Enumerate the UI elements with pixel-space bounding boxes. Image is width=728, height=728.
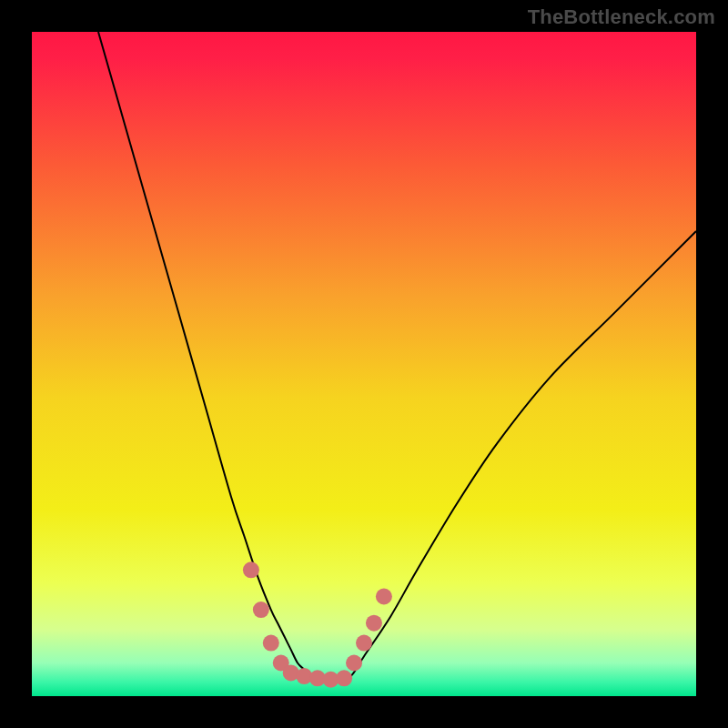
chart-frame: TheBottleneck.com <box>0 0 728 728</box>
bottleneck-chart <box>32 32 696 696</box>
watermark-label: TheBottleneck.com <box>528 5 715 29</box>
